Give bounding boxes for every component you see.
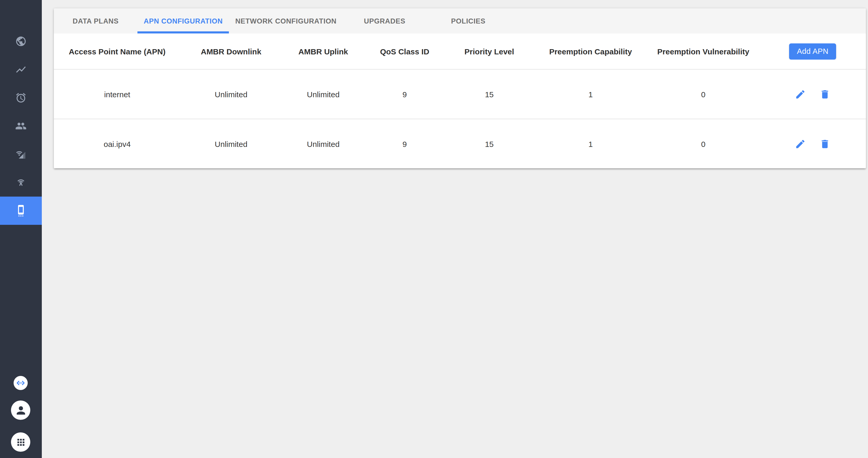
pencil-icon bbox=[795, 138, 806, 149]
sidebar-item-alarms[interactable] bbox=[0, 84, 42, 112]
code-icon bbox=[16, 378, 26, 388]
preemption-capability-cell: 1 bbox=[534, 90, 647, 98]
header-apn: Access Point Name (APN) bbox=[54, 47, 181, 56]
delete-apn-button[interactable] bbox=[819, 138, 830, 149]
sidebar-item-configure[interactable] bbox=[0, 196, 42, 225]
delete-apn-button[interactable] bbox=[819, 89, 830, 100]
sidebar-item-network[interactable] bbox=[0, 140, 42, 169]
api-docs-button[interactable] bbox=[13, 376, 28, 390]
settings-cell-icon bbox=[15, 205, 27, 216]
globe-icon bbox=[15, 35, 27, 47]
sidebar bbox=[0, 0, 42, 458]
edit-apn-button[interactable] bbox=[795, 138, 806, 149]
add-apn-button[interactable]: Add APN bbox=[789, 43, 836, 59]
sidebar-item-subscribers[interactable] bbox=[0, 112, 42, 140]
priority-level-cell: 15 bbox=[444, 90, 534, 98]
header-actions: Add APN bbox=[760, 43, 866, 59]
apps-button[interactable] bbox=[11, 432, 30, 452]
row-actions bbox=[760, 138, 866, 149]
header-qos-class-id: QoS Class ID bbox=[365, 47, 444, 56]
tab-bar: DATA PLANS APN CONFIGURATION NETWORK CON… bbox=[54, 8, 866, 33]
wifi-tethering-icon bbox=[15, 177, 27, 188]
priority-level-cell: 15 bbox=[444, 139, 534, 148]
header-ambr-downlink: AMBR Downlink bbox=[181, 47, 282, 56]
sidebar-item-metrics[interactable] bbox=[0, 55, 42, 84]
tab-apn-configuration[interactable]: APN CONFIGURATION bbox=[137, 8, 229, 33]
trash-icon bbox=[819, 89, 830, 100]
header-ambr-uplink: AMBR Uplink bbox=[282, 47, 365, 56]
qos-class-id-cell: 9 bbox=[365, 139, 444, 148]
apn-table: Access Point Name (APN) AMBR Downlink AM… bbox=[54, 33, 866, 169]
people-icon bbox=[15, 120, 27, 132]
apn-table-header-row: Access Point Name (APN) AMBR Downlink AM… bbox=[54, 33, 866, 69]
cell-wifi-icon bbox=[15, 149, 27, 160]
preemption-vulnerability-cell: 0 bbox=[647, 139, 759, 148]
row-actions bbox=[760, 89, 866, 100]
sidebar-item-network-map[interactable] bbox=[0, 27, 42, 55]
apn-name-cell: oai.ipv4 bbox=[54, 139, 181, 148]
sidebar-nav bbox=[0, 0, 42, 225]
alarm-icon bbox=[15, 92, 27, 103]
tab-network-configuration[interactable]: NETWORK CONFIGURATION bbox=[229, 8, 343, 33]
pencil-icon bbox=[795, 89, 806, 100]
tab-upgrades[interactable]: UPGRADES bbox=[343, 8, 427, 33]
account-button[interactable] bbox=[11, 400, 30, 420]
person-icon bbox=[14, 404, 27, 417]
ambr-downlink-cell: Unlimited bbox=[181, 139, 282, 148]
tab-data-plans[interactable]: DATA PLANS bbox=[54, 8, 137, 33]
apn-configuration-card: DATA PLANS APN CONFIGURATION NETWORK CON… bbox=[54, 8, 866, 169]
preemption-vulnerability-cell: 0 bbox=[647, 90, 759, 98]
ambr-downlink-cell: Unlimited bbox=[181, 90, 282, 98]
preemption-capability-cell: 1 bbox=[534, 139, 647, 148]
apn-table-row-internet: internet Unlimited Unlimited 9 15 1 0 bbox=[54, 69, 866, 119]
apn-table-row-oai-ipv4: oai.ipv4 Unlimited Unlimited 9 15 1 0 bbox=[54, 119, 866, 169]
show-chart-icon bbox=[15, 64, 27, 75]
app-window: DATA PLANS APN CONFIGURATION NETWORK CON… bbox=[0, 0, 868, 458]
trash-icon bbox=[819, 138, 830, 149]
edit-apn-button[interactable] bbox=[795, 89, 806, 100]
qos-class-id-cell: 9 bbox=[365, 90, 444, 98]
header-priority-level: Priority Level bbox=[444, 47, 534, 56]
sidebar-item-gateways[interactable] bbox=[0, 169, 42, 196]
apn-name-cell: internet bbox=[54, 90, 181, 98]
ambr-uplink-cell: Unlimited bbox=[282, 90, 365, 98]
ambr-uplink-cell: Unlimited bbox=[282, 139, 365, 148]
apps-grid-icon bbox=[16, 437, 26, 447]
header-preemption-capability: Preemption Capability bbox=[534, 47, 647, 56]
tab-policies[interactable]: POLICIES bbox=[427, 8, 510, 33]
header-preemption-vulnerability: Preemption Vulnerability bbox=[647, 47, 759, 56]
